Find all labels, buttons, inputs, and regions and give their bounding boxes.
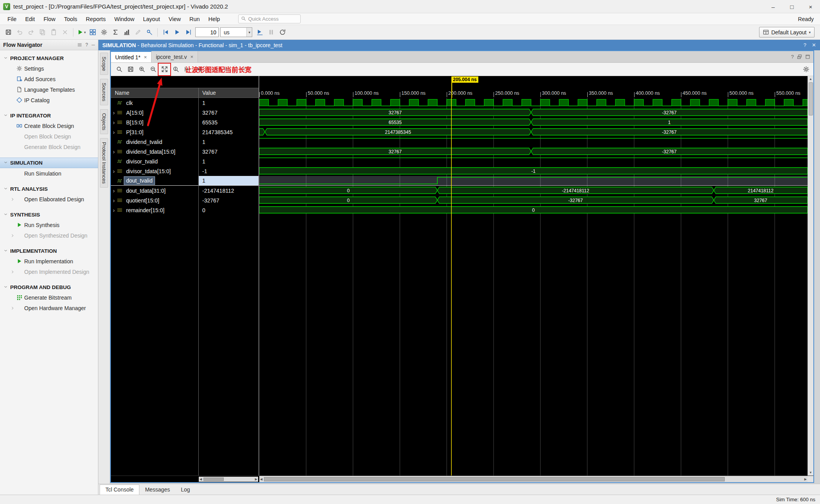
signal-name[interactable]: dividend_tdata[15:0] [124, 148, 177, 156]
scroll-left-icon[interactable]: ◀ [199, 477, 203, 481]
maximize-button[interactable]: □ [783, 0, 801, 13]
dashboard-button[interactable] [87, 27, 98, 37]
signal-value[interactable]: 1 [199, 98, 258, 108]
menu-file[interactable]: File [3, 13, 21, 25]
time-unit-select[interactable]: us▾ [220, 27, 252, 37]
sim-runtime-input[interactable] [195, 27, 219, 37]
zoom-out-button[interactable] [148, 64, 158, 75]
nav-section-synthesis[interactable]: SYNTHESIS [0, 210, 98, 220]
zoom-in-button[interactable] [137, 64, 147, 75]
nav-section-program-and-debug[interactable]: PROGRAM AND DEBUG [0, 282, 98, 292]
signal-value[interactable]: 1 [199, 156, 258, 166]
nav-section-rtl-analysis[interactable]: RTL ANALYSIS [0, 184, 98, 194]
signal-row-dout-tdata-31-0[interactable]: ›dout_tdata[31:0]-2147418112 [111, 186, 258, 195]
signal-row-divisor-tvalid[interactable]: divisor_tvalid1 [111, 156, 258, 166]
signal-name[interactable]: P[31:0] [124, 128, 145, 136]
settings-button[interactable] [99, 27, 109, 37]
menu-help[interactable]: Help [204, 13, 225, 25]
cursor-time-flag[interactable]: 205.004 ns [451, 76, 478, 83]
close-icon[interactable]: ✕ [812, 42, 816, 48]
nav-item-settings[interactable]: Settings [0, 63, 98, 74]
collapse-icon[interactable]: ─ [91, 42, 95, 48]
run-for-time-button[interactable] [255, 27, 265, 37]
menu-reports[interactable]: Reports [82, 13, 110, 25]
run-button[interactable]: ▾ [76, 27, 87, 37]
nav-section-simulation[interactable]: SIMULATION [0, 158, 98, 168]
signal-name[interactable]: quotient[15:0] [124, 197, 161, 204]
signal-name[interactable]: dout_tdata[31:0] [124, 187, 168, 195]
report-summary-button[interactable] [110, 27, 121, 37]
nav-item-open-elaborated-design[interactable]: Open Elaborated Design [0, 194, 98, 204]
relaunch-simulation-button[interactable] [277, 27, 288, 37]
expand-icon[interactable]: › [111, 119, 117, 125]
menu-icon[interactable] [77, 43, 82, 47]
layout-selector[interactable]: Default Layout ▾ [759, 27, 815, 37]
signal-row-b-15-0[interactable]: ›B[15:0]65535 [111, 117, 258, 127]
side-tab-objects[interactable]: Objects [100, 109, 108, 134]
signal-row-a-15-0[interactable]: ›A[15:0]32767 [111, 108, 258, 117]
value-column-header[interactable]: Value [202, 90, 216, 96]
signal-name[interactable]: remainder[15:0] [124, 206, 166, 214]
expand-icon[interactable]: › [111, 129, 117, 135]
wave-settings-button[interactable] [801, 64, 811, 75]
menu-window[interactable]: Window [110, 13, 139, 25]
signal-value[interactable]: 2147385345 [199, 127, 258, 137]
step-button[interactable] [183, 27, 194, 37]
nav-section-project-manager[interactable]: PROJECT MANAGER [0, 53, 98, 63]
signal-name[interactable]: A[15:0] [124, 109, 145, 117]
vertical-scrollbar[interactable]: ▲ ▼ [808, 76, 813, 476]
help-icon[interactable]: ? [804, 42, 806, 48]
signal-value[interactable]: 32767 [199, 147, 258, 156]
signal-value[interactable]: -2147418112 [199, 186, 258, 195]
signal-row-dividend-tdata-15-0[interactable]: ›dividend_tdata[15:0]32767 [111, 147, 258, 156]
save-waveform-button[interactable] [125, 64, 135, 75]
menu-flow[interactable]: Flow [39, 13, 60, 25]
signal-value[interactable]: 65535 [199, 117, 258, 127]
nav-section-ip-integrator[interactable]: IP INTEGRATOR [0, 111, 98, 121]
signal-name[interactable]: dividend_tvalid [124, 138, 164, 146]
signal-row-p-31-0[interactable]: ›P[31:0]2147385345 [111, 127, 258, 137]
signal-value[interactable]: -32767 [199, 195, 258, 205]
scrollbar-thumb[interactable] [264, 477, 724, 481]
next-transition-button[interactable] [193, 64, 203, 75]
restart-simulation-button[interactable] [160, 27, 171, 37]
signal-row-quotient-15-0[interactable]: ›quotient[15:0]-32767 [111, 195, 258, 205]
menu-view[interactable]: View [164, 13, 185, 25]
expand-icon[interactable]: › [111, 110, 117, 115]
nav-item-generate-bitstream[interactable]: Generate Bitstream [0, 292, 98, 303]
scroll-right-icon[interactable]: ▶ [254, 477, 258, 481]
signal-row-dout-tvalid[interactable]: dout_tvalid1 [111, 176, 258, 186]
menu-tools[interactable]: Tools [60, 13, 82, 25]
zoom-to-cursor-button[interactable] [171, 64, 181, 75]
wave-hscrollbar[interactable]: ◀ ▶ [259, 476, 808, 482]
nav-item-create-block-design[interactable]: Create Block Design [0, 121, 98, 131]
scrollbar-thumb[interactable] [203, 477, 224, 481]
signal-name[interactable]: clk [124, 99, 135, 107]
cursor-line[interactable] [451, 83, 452, 98]
tab-untitled-1[interactable]: Untitled 1*× [111, 51, 152, 62]
side-tab-sources[interactable]: Sources [100, 79, 108, 105]
nav-item-run-synthesis[interactable]: Run Synthesis [0, 220, 98, 230]
signal-value[interactable]: 1 [199, 137, 258, 147]
expand-icon[interactable]: › [111, 149, 117, 154]
close-tab-icon[interactable]: × [144, 54, 147, 60]
previous-transition-button[interactable] [182, 64, 192, 75]
scroll-down-icon[interactable]: ▼ [809, 470, 812, 476]
signal-row-clk[interactable]: clk1 [111, 98, 258, 108]
zoom-fit-button[interactable] [159, 64, 169, 75]
scroll-left-icon[interactable]: ◀ [259, 477, 263, 481]
minimize-button[interactable]: – [764, 0, 783, 13]
expand-icon[interactable]: › [111, 168, 117, 174]
save-button[interactable] [3, 27, 14, 37]
signal-name[interactable]: divisor_tdata[15:0] [124, 167, 173, 175]
help-icon[interactable]: ? [86, 42, 88, 48]
nav-item-run-implementation[interactable]: Run Implementation [0, 256, 98, 266]
nav-item-ip-catalog[interactable]: IP Catalog [0, 95, 98, 105]
signal-row-remainder-15-0[interactable]: ›remainder[15:0]0 [111, 205, 258, 215]
signal-name[interactable]: dout_tvalid [124, 177, 155, 185]
signal-value[interactable]: -1 [199, 166, 258, 176]
nav-item-add-sources[interactable]: Add Sources [0, 74, 98, 84]
menu-layout[interactable]: Layout [139, 13, 164, 25]
nav-item-open-hardware-manager[interactable]: Open Hardware Manager [0, 303, 98, 313]
signal-row-divisor-tdata-15-0[interactable]: ›divisor_tdata[15:0]-1 [111, 166, 258, 176]
